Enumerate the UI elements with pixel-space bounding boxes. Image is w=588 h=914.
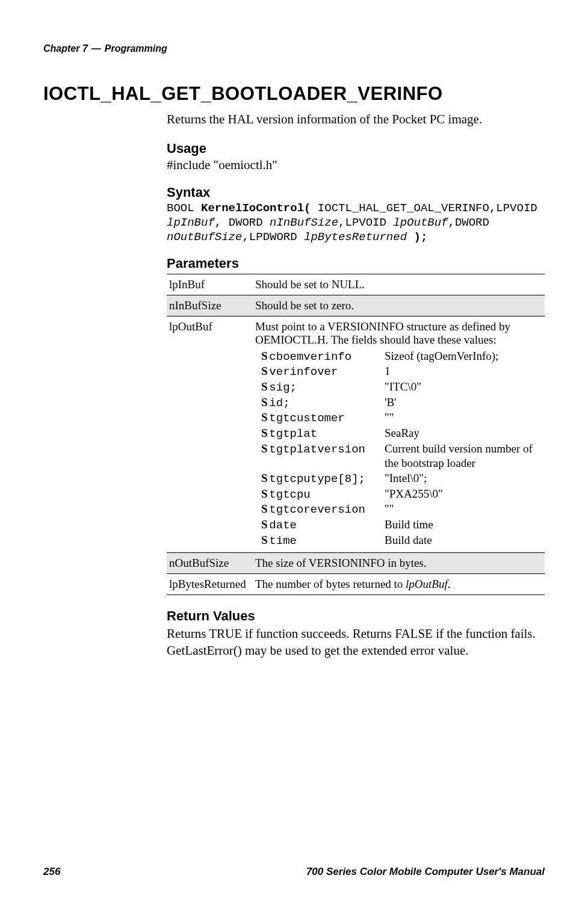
usage-include: #include "oemioctl.h" <box>167 158 545 173</box>
header-dash: — <box>88 43 105 54</box>
manual-title: 700 Series Color Mobile Computer User's … <box>306 866 545 878</box>
usage-heading: Usage <box>167 141 545 156</box>
struct-row: verinfover1 <box>255 364 542 380</box>
struct-row: timeBuild date <box>255 533 542 549</box>
param-desc: Should be set to NULL. <box>253 274 545 295</box>
return-heading: Return Values <box>167 608 545 624</box>
param-desc: The number of bytes returned to lpOutBuf… <box>253 573 545 594</box>
param-desc: The size of VERSIONINFO in bytes. <box>253 552 545 573</box>
table-row: nInBufSize Should be set to zero. <box>167 295 545 316</box>
struct-row: tgtplatSeaRay <box>255 426 542 442</box>
header-chapter: Chapter 7 <box>43 43 88 54</box>
struct-row: tgtcoreversion"" <box>255 502 542 517</box>
page-title: IOCTL_HAL_GET_BOOTLOADER_VERINFO <box>43 83 545 105</box>
param-name: lpBytesReturned <box>167 573 253 594</box>
struct-row: sig;"ITC\0" <box>255 380 542 395</box>
intro-text: Returns the HAL version information of t… <box>167 111 545 128</box>
header-left: Chapter 7—Programming <box>43 43 167 54</box>
param-desc-intro: Must point to a VERSIONINFO structure as… <box>255 320 510 346</box>
parameters-heading: Parameters <box>167 256 545 271</box>
table-row: lpInBuf Should be set to NULL. <box>167 274 545 295</box>
struct-row: tgtcputype[8];"Intel\0"; <box>255 471 542 487</box>
struct-row: id;'B' <box>255 395 542 411</box>
table-row: lpBytesReturned The number of bytes retu… <box>167 573 545 594</box>
table-row: nOutBufSize The size of VERSIONINFO in b… <box>167 552 545 573</box>
running-footer: 256 700 Series Color Mobile Computer Use… <box>43 866 545 878</box>
parameters-table: lpInBuf Should be set to NULL. nInBufSiz… <box>167 274 545 595</box>
param-desc: Should be set to zero. <box>253 295 545 316</box>
return-text: Returns TRUE if function succeeds. Retur… <box>167 625 545 659</box>
struct-row: tgtcpu"PXA255\0" <box>255 487 542 502</box>
param-name: nInBufSize <box>167 295 253 316</box>
param-name: lpInBuf <box>167 274 253 295</box>
syntax-code: BOOL KernelIoControl( IOCTL_HAL_GET_OAL_… <box>167 202 545 244</box>
struct-row: tgtcustomer"" <box>255 410 542 426</box>
param-desc: Must point to a VERSIONINFO structure as… <box>253 316 545 552</box>
struct-row: dateBuild time <box>255 517 542 533</box>
header-section: Programming <box>105 43 167 54</box>
page-number: 256 <box>43 866 60 878</box>
running-header: Chapter 7—Programming <box>43 43 545 54</box>
struct-row: cboemverinfoSizeof (tagOemVerInfo); <box>255 349 542 365</box>
param-name: nOutBufSize <box>167 552 253 573</box>
struct-list: cboemverinfoSizeof (tagOemVerInfo); veri… <box>255 349 542 549</box>
struct-row: tgtplatversionCurrent build version numb… <box>255 442 542 471</box>
syntax-heading: Syntax <box>167 185 545 200</box>
table-row: lpOutBuf Must point to a VERSIONINFO str… <box>167 316 545 552</box>
param-name: lpOutBuf <box>167 316 253 552</box>
